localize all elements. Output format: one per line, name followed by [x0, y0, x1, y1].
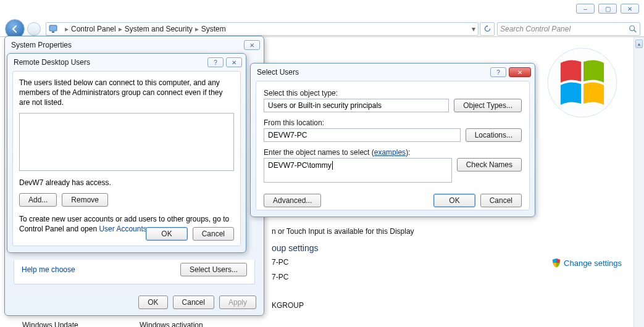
search-icon	[629, 25, 637, 33]
help-button[interactable]: ?	[207, 57, 224, 67]
remote-desktop-users-dialog: Remote Desktop Users ? ✕ The users liste…	[7, 53, 246, 253]
workgroup-value: KGROUP	[272, 301, 304, 310]
object-type-field[interactable]: Users or Built-in security principals	[264, 99, 449, 112]
locations-button[interactable]: Locations...	[466, 128, 522, 142]
close-button[interactable]: ✕	[621, 4, 639, 14]
windows-logo-icon	[545, 46, 619, 120]
dialog-title: System Properties	[11, 41, 244, 49]
remove-button[interactable]: Remove	[62, 193, 108, 207]
shield-icon	[551, 258, 561, 268]
close-icon[interactable]: ✕	[226, 57, 242, 67]
svg-point-2	[630, 25, 635, 30]
forward-button[interactable]	[27, 22, 41, 36]
ok-button[interactable]: OK	[146, 227, 187, 241]
crumb-item[interactable]: System	[201, 25, 226, 33]
computer-name-value: 7-PC	[272, 258, 288, 267]
svg-line-3	[634, 30, 637, 32]
check-names-button[interactable]: Check Names	[457, 158, 522, 172]
location-field[interactable]: DEVW7-PC	[264, 128, 461, 142]
location-label: From this location:	[264, 118, 522, 127]
advanced-button[interactable]: Advanced...	[264, 194, 321, 207]
object-types-button[interactable]: Object Types...	[454, 99, 522, 112]
select-users-dialog: Select Users ? ✕ Select this object type…	[250, 63, 535, 217]
monitor-icon	[49, 25, 59, 33]
svg-rect-1	[52, 31, 54, 33]
ok-button[interactable]: OK	[433, 194, 475, 207]
dialog-title: Remote Desktop Users	[14, 58, 207, 67]
titlebar[interactable]: System Properties ✕	[5, 36, 264, 54]
breadcrumb[interactable]: ▸ Control Panel ▸ System and Security ▸ …	[46, 22, 479, 36]
close-icon[interactable]: ✕	[509, 67, 531, 77]
search-input[interactable]: Search Control Panel	[497, 22, 640, 36]
users-listbox[interactable]	[19, 113, 234, 171]
svg-point-4	[548, 48, 617, 117]
titlebar[interactable]: Remote Desktop Users ? ✕	[7, 54, 246, 71]
object-names-input[interactable]: DEVW7-PC\tommy	[264, 158, 452, 183]
dialog-title: Select Users	[257, 68, 490, 77]
add-button[interactable]: Add...	[19, 193, 57, 207]
select-users-button[interactable]: Select Users...	[180, 263, 247, 276]
scroll-up-button[interactable]: ▴	[635, 39, 643, 48]
text-cursor	[332, 161, 333, 170]
close-icon[interactable]: ✕	[244, 40, 260, 50]
maximize-button[interactable]: ▢	[598, 4, 617, 14]
refresh-button[interactable]	[480, 22, 495, 36]
help-button[interactable]: ?	[490, 67, 506, 77]
minimize-button[interactable]: –	[576, 4, 595, 14]
sidebar-link-windows-update[interactable]: Windows Update	[22, 321, 78, 327]
scrollbar[interactable]: ▴	[634, 37, 644, 327]
touch-info-text: n or Touch Input is available for this D…	[272, 227, 414, 236]
cancel-button[interactable]: Cancel	[193, 227, 234, 241]
access-line: DevW7 already has access.	[19, 178, 234, 187]
examples-link[interactable]: examples	[374, 148, 406, 157]
titlebar[interactable]: Select Users ? ✕	[251, 64, 535, 81]
apply-button[interactable]: Apply	[219, 296, 256, 309]
full-computer-name-value: 7-PC	[272, 273, 288, 281]
crumb-item[interactable]: System and Security	[125, 25, 193, 33]
ok-button[interactable]: OK	[138, 296, 167, 309]
sidebar-link-windows-activation[interactable]: Windows activation	[140, 321, 203, 327]
change-settings-link[interactable]: Change settings	[551, 258, 622, 268]
search-placeholder: Search Control Panel	[500, 25, 571, 33]
object-type-label: Select this object type:	[264, 89, 522, 97]
user-accounts-link[interactable]: User Accounts	[99, 225, 146, 233]
rdu-description: The users listed below can connect to th…	[19, 78, 234, 108]
refresh-icon	[483, 25, 491, 33]
window-controls: – ▢ ✕	[576, 4, 639, 14]
svg-rect-0	[49, 25, 57, 31]
arrow-left-icon	[10, 25, 19, 33]
chevron-down-icon[interactable]: ▾	[472, 25, 475, 33]
group-settings-heading: oup settings	[272, 243, 319, 253]
cancel-button[interactable]: Cancel	[480, 194, 522, 207]
names-label: Enter the object names to select (exampl…	[264, 148, 522, 157]
cancel-button[interactable]: Cancel	[173, 296, 214, 309]
help-me-choose-link[interactable]: Help me choose	[22, 265, 75, 274]
crumb-item[interactable]: Control Panel	[71, 25, 116, 33]
